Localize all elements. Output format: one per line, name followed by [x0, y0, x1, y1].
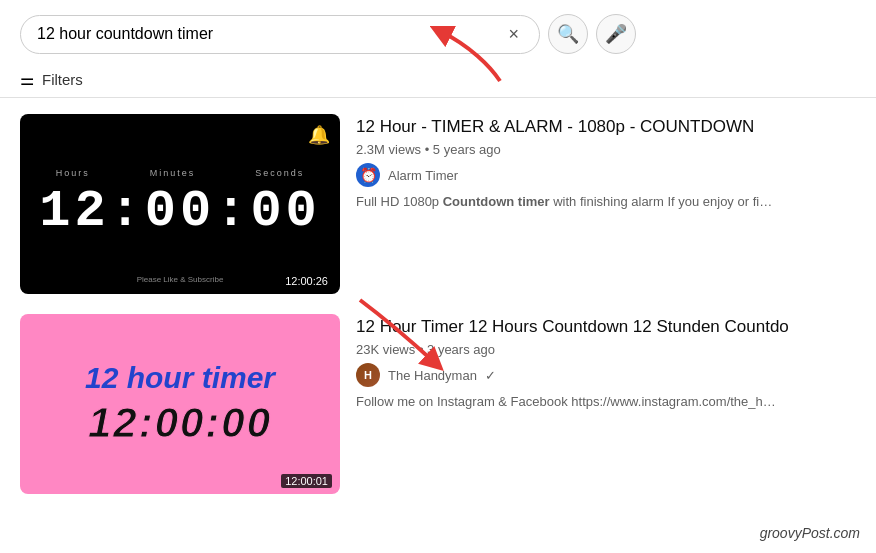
- filters-bar[interactable]: ⚌ Filters: [0, 64, 876, 98]
- video-desc-2: Follow me on Instagram & Facebook https:…: [356, 393, 776, 411]
- views-count-2: 23K views: [356, 342, 415, 357]
- search-button[interactable]: 🔍: [548, 14, 588, 54]
- filters-icon: ⚌: [20, 70, 34, 89]
- verified-badge: ✓: [485, 368, 496, 383]
- thumb2-duration: 12:00:01: [281, 474, 332, 488]
- thumb1-display: Hours Minutes Seconds 12:00:00 🔔 Please …: [20, 114, 340, 294]
- separator-2: •: [419, 342, 427, 357]
- video-title-2[interactable]: 12 Hour Timer 12 Hours Countdown 12 Stun…: [356, 316, 856, 338]
- watermark-text: groovyPost.com: [760, 525, 860, 541]
- results-container: Hours Minutes Seconds 12:00:00 🔔 Please …: [0, 98, 876, 510]
- views-count-1: 2.3M views: [356, 142, 421, 157]
- channel-name-1[interactable]: Alarm Timer: [388, 168, 458, 183]
- thumb1-seconds-label: Seconds: [255, 168, 304, 178]
- thumb1-labels: Hours Minutes Seconds: [56, 168, 305, 178]
- channel-row-1: ⏰ Alarm Timer: [356, 163, 856, 187]
- thumb1-hours-label: Hours: [56, 168, 90, 178]
- separator-1: •: [425, 142, 433, 157]
- video-info-2: 12 Hour Timer 12 Hours Countdown 12 Stun…: [356, 314, 856, 411]
- result-row-2: 12 hour timer 12:00:00 12:00:01 12 Hour …: [20, 314, 856, 494]
- video-info-1: 12 Hour - TIMER & ALARM - 1080p - COUNTD…: [356, 114, 856, 211]
- thumb2-title-text: 12 hour timer: [85, 361, 275, 395]
- channel-avatar-1: ⏰: [356, 163, 380, 187]
- mic-icon: 🎤: [605, 23, 627, 45]
- channel-row-2: H The Handyman ✓: [356, 363, 856, 387]
- channel-name-2[interactable]: The Handyman: [388, 368, 477, 383]
- video-title-1[interactable]: 12 Hour - TIMER & ALARM - 1080p - COUNTD…: [356, 116, 856, 138]
- clear-search-button[interactable]: ×: [508, 24, 519, 45]
- video-thumbnail-2[interactable]: 12 hour timer 12:00:00 12:00:01: [20, 314, 340, 494]
- thumb1-bottom-text: Please Like & Subscribe: [137, 275, 224, 284]
- thumb1-minutes-label: Minutes: [150, 168, 196, 178]
- video-meta-1: 2.3M views • 5 years ago: [356, 142, 856, 157]
- bell-icon: 🔔: [308, 124, 330, 146]
- thumb1-duration: 12:00:26: [281, 274, 332, 288]
- video-thumbnail-1[interactable]: Hours Minutes Seconds 12:00:00 🔔 Please …: [20, 114, 340, 294]
- mic-button[interactable]: 🎤: [596, 14, 636, 54]
- video-age-1: 5 years ago: [433, 142, 501, 157]
- video-meta-2: 23K views • 3 years ago: [356, 342, 856, 357]
- video-desc-1: Full HD 1080p Countdown timer with finis…: [356, 193, 776, 211]
- watermark: groovyPost.com: [760, 525, 860, 541]
- search-input-wrapper[interactable]: ×: [20, 15, 540, 54]
- search-icon: 🔍: [557, 23, 579, 45]
- search-bar-area: × 🔍 🎤: [0, 0, 876, 64]
- search-input[interactable]: [37, 25, 508, 43]
- video-age-2: 3 years ago: [427, 342, 495, 357]
- thumb2-display: 12 hour timer 12:00:00 12:00:01: [20, 314, 340, 494]
- channel-avatar-2: H: [356, 363, 380, 387]
- filters-label: Filters: [42, 71, 83, 88]
- thumb2-time-display: 12:00:00: [88, 399, 272, 447]
- result-row: Hours Minutes Seconds 12:00:00 🔔 Please …: [20, 114, 856, 294]
- thumb1-time-display: 12:00:00: [39, 182, 321, 241]
